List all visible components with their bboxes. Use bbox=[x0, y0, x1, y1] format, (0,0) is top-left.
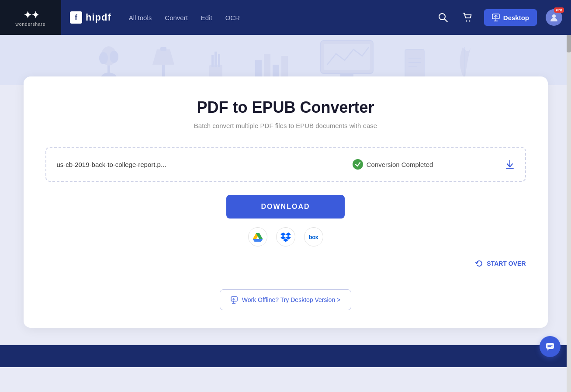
chat-button[interactable] bbox=[540, 336, 561, 357]
cart-button[interactable] bbox=[460, 10, 475, 25]
navbar: ✦✦ wondershare f hipdf All tools Convert… bbox=[0, 0, 571, 35]
pro-badge: Pro bbox=[554, 7, 564, 13]
google-drive-icon bbox=[253, 232, 263, 242]
download-arrow-icon bbox=[505, 160, 515, 169]
start-over-wrap: START OVER bbox=[45, 260, 526, 267]
svg-rect-31 bbox=[405, 49, 424, 80]
svg-rect-21 bbox=[211, 55, 214, 67]
search-button[interactable] bbox=[435, 10, 451, 25]
box-button[interactable]: box bbox=[304, 227, 323, 246]
wondershare-icon: ✦✦ bbox=[23, 9, 38, 21]
nav-actions: Desktop Pro bbox=[435, 9, 562, 26]
plant-illustration bbox=[96, 43, 122, 82]
svg-rect-40 bbox=[546, 343, 554, 349]
chat-icon bbox=[545, 342, 555, 351]
main-content: PDF to EPUB Converter Batch convert mult… bbox=[0, 85, 571, 345]
start-over-label: START OVER bbox=[487, 260, 526, 267]
page-title: PDF to EPUB Converter bbox=[45, 98, 526, 117]
checkmark-icon bbox=[355, 161, 361, 167]
feather-illustration bbox=[454, 43, 476, 82]
nav-links: All tools Convert Edit OCR bbox=[129, 12, 240, 24]
user-avatar-wrap[interactable]: Pro bbox=[546, 9, 562, 26]
cloud-storage-icons: box bbox=[248, 227, 323, 246]
svg-point-3 bbox=[466, 21, 467, 22]
page-subtitle: Batch convert multiple PDF files to EPUB… bbox=[45, 122, 526, 129]
single-download-button[interactable] bbox=[505, 160, 515, 169]
svg-text:✦✦: ✦✦ bbox=[24, 10, 38, 21]
wondershare-text: wondershare bbox=[16, 22, 46, 27]
table-row: us-cb-2019-back-to-college-report.p... C… bbox=[46, 152, 525, 177]
box-label: box bbox=[309, 234, 318, 240]
cart-icon bbox=[463, 13, 472, 22]
refresh-icon bbox=[475, 260, 483, 267]
svg-marker-16 bbox=[152, 49, 174, 65]
hipdf-name: hipdf bbox=[86, 12, 111, 23]
svg-rect-19 bbox=[215, 52, 217, 67]
desktop-export-icon bbox=[492, 14, 500, 21]
google-drive-button[interactable] bbox=[248, 227, 267, 246]
svg-point-12 bbox=[99, 52, 108, 64]
hero-illustrations bbox=[96, 38, 476, 82]
nav-all-tools[interactable]: All tools bbox=[129, 12, 152, 24]
search-icon bbox=[438, 13, 448, 22]
dropbox-button[interactable] bbox=[276, 227, 295, 246]
svg-rect-20 bbox=[218, 54, 220, 67]
file-name: us-cb-2019-back-to-college-report.p... bbox=[57, 161, 281, 168]
download-button[interactable]: DOWNLOAD bbox=[226, 195, 345, 219]
status-check-icon bbox=[353, 159, 363, 170]
wondershare-logo: ✦✦ wondershare bbox=[16, 9, 46, 27]
hipdf-brand: f hipdf bbox=[70, 11, 111, 24]
scrollbar[interactable] bbox=[567, 0, 571, 392]
nav-edit[interactable]: Edit bbox=[201, 12, 212, 24]
svg-rect-17 bbox=[160, 47, 166, 51]
status-wrap: Conversion Completed bbox=[281, 159, 505, 170]
avatar-icon bbox=[549, 13, 559, 22]
svg-rect-23 bbox=[264, 54, 270, 80]
nav-convert[interactable]: Convert bbox=[165, 12, 188, 24]
svg-point-8 bbox=[552, 14, 556, 18]
download-section: DOWNLOAD bbox=[45, 195, 526, 310]
converter-card: PDF to EPUB Converter Batch convert mult… bbox=[24, 76, 548, 328]
svg-line-2 bbox=[444, 19, 447, 22]
status-text: Conversion Completed bbox=[367, 161, 433, 168]
desktop-button[interactable]: Desktop bbox=[484, 9, 537, 26]
file-list: us-cb-2019-back-to-college-report.p... C… bbox=[45, 147, 526, 182]
svg-point-13 bbox=[110, 51, 118, 63]
dropbox-icon bbox=[280, 232, 291, 242]
hipdf-logo-icon: f bbox=[70, 11, 82, 24]
nav-ocr[interactable]: OCR bbox=[225, 12, 240, 24]
svg-point-4 bbox=[469, 21, 470, 22]
offline-banner[interactable]: Work Offline? Try Desktop Version > bbox=[220, 289, 352, 310]
lamp-illustration bbox=[148, 43, 179, 82]
start-over-button[interactable]: START OVER bbox=[475, 260, 526, 267]
hipdf-f-letter: f bbox=[75, 14, 77, 21]
brand-logo: ✦✦ wondershare bbox=[0, 0, 61, 35]
footer-bar bbox=[0, 345, 571, 367]
desktop-btn-label: Desktop bbox=[503, 14, 529, 21]
offline-text: Work Offline? Try Desktop Version > bbox=[242, 296, 341, 303]
monitor-illustration bbox=[318, 38, 375, 82]
desktop-offline-icon bbox=[231, 296, 239, 304]
